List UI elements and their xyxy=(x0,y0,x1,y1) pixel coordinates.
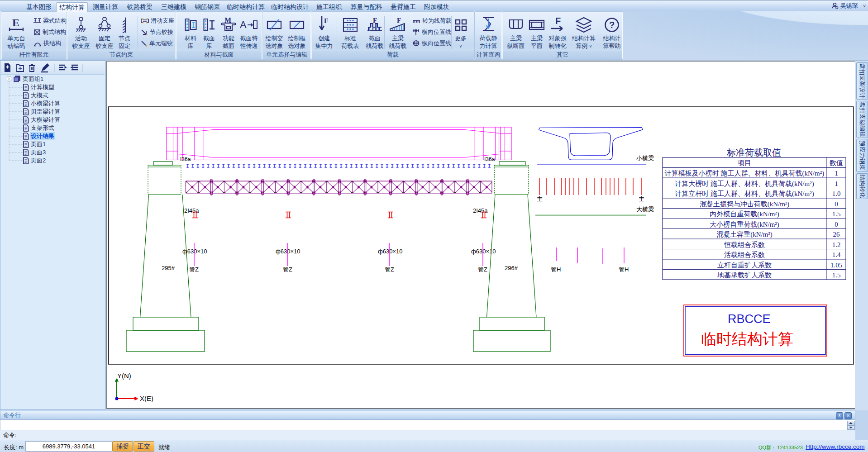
svg-text:1.4: 1.4 xyxy=(832,251,841,258)
svg-text:计算大楞时 施工人群、材料、机具荷载(kN/m²): 计算大楞时 施工人群、材料、机具荷载(kN/m²) xyxy=(674,180,814,188)
svg-text:管H: 管H xyxy=(551,266,561,273)
svg-text:1.5: 1.5 xyxy=(832,271,841,279)
svg-text:2I45a: 2I45a xyxy=(473,207,488,214)
svg-text:内外模自重荷载(kN/m²): 内外模自重荷载(kN/m²) xyxy=(710,210,779,218)
svg-text:1.0: 1.0 xyxy=(832,190,841,197)
svg-text:2I45a: 2I45a xyxy=(184,207,199,214)
svg-text:计算模板及小楞时 施工人群、材料、机具荷载(kN/m²): 计算模板及小楞时 施工人群、材料、机具荷载(kN/m²) xyxy=(664,170,824,177)
svg-text:ф630×10: ф630×10 xyxy=(378,248,402,255)
svg-text:混凝土振捣与冲击荷载(kN/m²): 混凝土振捣与冲击荷载(kN/m²) xyxy=(700,200,790,208)
svg-text:管Z: 管Z xyxy=(385,266,394,273)
svg-text:管H: 管H xyxy=(619,266,629,273)
svg-text:计算立杆时 施工人群、材料、机具荷载(kN/m²): 计算立杆时 施工人群、材料、机具荷载(kN/m²) xyxy=(674,190,814,198)
svg-text:295#: 295# xyxy=(162,265,175,271)
svg-text:0: 0 xyxy=(835,200,838,208)
svg-text:小横梁: 小横梁 xyxy=(636,155,654,162)
svg-text:F: F xyxy=(397,17,401,24)
svg-text:Y(N): Y(N) xyxy=(117,372,131,380)
svg-text:1.05: 1.05 xyxy=(830,262,842,269)
svg-text:A: A xyxy=(240,19,247,30)
svg-text:1: 1 xyxy=(835,180,838,187)
svg-text:主: 主 xyxy=(537,195,543,202)
svg-text:0: 0 xyxy=(835,221,838,228)
svg-text:大横梁: 大横梁 xyxy=(636,206,654,213)
svg-text:管Z: 管Z xyxy=(283,266,292,273)
svg-text:1: 1 xyxy=(835,170,838,177)
svg-text:X(E): X(E) xyxy=(140,395,153,402)
svg-text:混凝土容重(kN/m³): 混凝土容重(kN/m³) xyxy=(716,231,773,238)
svg-text:ф630×10: ф630×10 xyxy=(276,248,300,255)
svg-text:标准荷载取值: 标准荷载取值 xyxy=(727,147,781,157)
svg-text:管Z: 管Z xyxy=(478,266,487,273)
svg-text:1.5: 1.5 xyxy=(832,210,841,218)
svg-text:临时结构计算: 临时结构计算 xyxy=(701,330,793,347)
svg-text:I36a: I36a xyxy=(180,156,191,162)
svg-text:?: ? xyxy=(609,20,615,30)
svg-text:活载组合系数: 活载组合系数 xyxy=(724,251,765,258)
svg-text:F: F xyxy=(555,17,561,26)
svg-text:ф630×10: ф630×10 xyxy=(471,248,496,255)
svg-text:恒载组合系数: 恒载组合系数 xyxy=(724,241,765,248)
svg-text:RBCCE: RBCCE xyxy=(728,312,771,326)
svg-text:I36a: I36a xyxy=(484,156,495,162)
svg-text:项目: 项目 xyxy=(737,159,751,167)
svg-text:ф630×10: ф630×10 xyxy=(182,248,207,255)
svg-text:主: 主 xyxy=(639,195,644,202)
svg-text:管Z: 管Z xyxy=(189,266,199,273)
svg-text:E: E xyxy=(12,17,19,29)
svg-text:26: 26 xyxy=(833,231,840,238)
svg-text:F: F xyxy=(373,17,377,24)
svg-text:F: F xyxy=(324,17,328,24)
svg-text:大小楞自重荷载(kN/m²): 大小楞自重荷载(kN/m²) xyxy=(710,221,779,228)
svg-text:立杆自重扩大系数: 立杆自重扩大系数 xyxy=(717,262,772,269)
svg-text:1.2: 1.2 xyxy=(832,241,841,248)
svg-text:296#: 296# xyxy=(505,265,518,271)
svg-text:地基承载扩大系数: 地基承载扩大系数 xyxy=(717,271,772,279)
svg-text:数值: 数值 xyxy=(830,159,843,167)
